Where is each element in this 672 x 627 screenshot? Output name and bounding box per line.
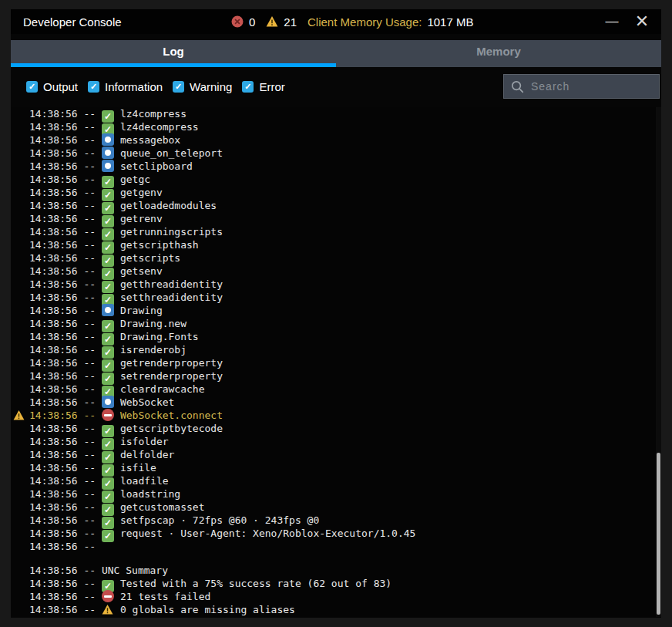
warning-triangle-icon xyxy=(13,410,25,421)
title-bar: Developer Console 0 21 Client Memory Usa… xyxy=(11,9,661,34)
log-row[interactable]: 14:38:56 -- ✓lz4decompress xyxy=(11,120,661,133)
log-row[interactable]: 14:38:56 -- WebSocket xyxy=(11,396,661,409)
log-timestamp: 14:38:56 -- xyxy=(29,108,102,120)
checkbox-checked-icon[interactable]: ✓ xyxy=(88,81,99,93)
log-row[interactable]: 14:38:56 -- xyxy=(11,540,661,553)
filter-output[interactable]: ✓Output xyxy=(26,80,78,93)
filter-warning[interactable]: ✓Warning xyxy=(173,80,232,93)
search-icon xyxy=(511,80,524,93)
log-timestamp: 14:38:56 -- xyxy=(29,187,102,198)
scrollbar-thumb[interactable] xyxy=(657,453,660,615)
log-timestamp: 14:38:56 -- xyxy=(29,410,102,421)
log-message: getscripts xyxy=(120,252,180,264)
log-row[interactable]: 14:38:56 -- ✓Drawing.new xyxy=(11,317,661,330)
log-message: getscripthash xyxy=(120,239,199,251)
log-row[interactable]: 14:38:56 -- ✓loadfile xyxy=(11,474,661,487)
log-row[interactable]: 14:38:56 -- messagebox xyxy=(11,133,661,147)
log-row[interactable]: 14:38:56 -- ✓getscripthash xyxy=(11,238,661,251)
log-timestamp: 14:38:56 -- xyxy=(29,370,102,382)
log-message: getgc xyxy=(120,174,150,185)
log-timestamp: 14:38:56 -- xyxy=(29,475,102,487)
log-row[interactable]: 14:38:56 -- ✓getrenv xyxy=(11,212,661,225)
log-row[interactable]: 14:38:56 -- ✓loadstring xyxy=(11,487,661,501)
tab-memory[interactable]: Memory xyxy=(336,40,661,67)
log-message: loadstring xyxy=(120,488,180,500)
log-message: Drawing.Fonts xyxy=(120,331,199,342)
log-row[interactable]: 14:38:56 -- ✓request · User-Agent: Xeno/… xyxy=(11,527,661,540)
log-message: Drawing.new xyxy=(120,318,186,329)
log-row[interactable]: 14:38:56 -- ✓getthreadidentity xyxy=(11,278,661,291)
log-row[interactable]: 14:38:56 -- ✓setthreadidentity xyxy=(11,291,661,304)
minimize-button[interactable]: — xyxy=(603,14,621,29)
log-message: queue_on_teleport xyxy=(120,147,223,159)
close-button[interactable]: ✕ xyxy=(632,12,652,32)
log-message: getcustomasset xyxy=(120,501,205,513)
log-timestamp: 14:38:56 -- xyxy=(29,318,102,329)
log-row[interactable]: 14:38:56 -- ✓getrunningscripts xyxy=(11,225,661,238)
log-row[interactable]: 14:38:56 -- UNC Summary xyxy=(11,564,661,577)
window-controls: — ✕ xyxy=(603,12,655,32)
filter-label: Information xyxy=(105,80,163,93)
log-row[interactable]: 14:38:56 -- ✓getrenderproperty xyxy=(11,356,661,369)
log-timestamp: 14:38:56 -- xyxy=(29,488,102,500)
log-timestamp: 14:38:56 -- xyxy=(29,213,102,224)
log-timestamp: 14:38:56 -- xyxy=(29,436,102,447)
search-input[interactable] xyxy=(531,80,647,93)
memory-usage-label: Client Memory Usage: xyxy=(307,15,422,29)
log-row[interactable]: 14:38:56 -- 21 tests failed xyxy=(11,590,661,603)
tab-log[interactable]: Log xyxy=(11,40,336,67)
log-message: isrenderobj xyxy=(120,344,186,356)
log-row[interactable]: 14:38:56 -- ✓getloadedmodules xyxy=(11,199,661,212)
log-message: getsenv xyxy=(120,265,163,277)
log-message: 21 tests failed xyxy=(120,591,210,602)
log-row[interactable]: 14:38:56 -- ✓delfolder xyxy=(11,448,661,461)
log-row[interactable]: 14:38:56 -- ✓Drawing.Fonts xyxy=(11,330,661,343)
log-row[interactable]: 14:38:56 -- ✓getscripts xyxy=(11,251,661,265)
filter-error[interactable]: ✓Error xyxy=(242,80,284,93)
log-row[interactable]: 14:38:56 -- ✓setfpscap · 72fps @60 · 243… xyxy=(11,514,661,527)
filter-information[interactable]: ✓Information xyxy=(88,80,163,93)
log-row[interactable]: 14:38:56 -- ✓isrenderobj xyxy=(11,343,661,356)
log-row[interactable]: 14:38:56 -- ✓getcustomasset xyxy=(11,501,661,514)
log-timestamp: 14:38:56 -- xyxy=(29,423,102,434)
log-row[interactable]: 14:38:56 -- ✓isfolder xyxy=(11,435,661,448)
checkbox-checked-icon[interactable]: ✓ xyxy=(242,81,254,93)
log-row[interactable]: 14:38:56 -- ✓cleardrawcache xyxy=(11,383,661,396)
log-row[interactable]: 14:38:56 -- ✓getgc xyxy=(11,173,661,186)
log-row[interactable]: 14:38:56 -- Drawing xyxy=(11,304,661,317)
log-row[interactable]: 14:38:56 -- 0 globals are missing aliase… xyxy=(11,603,661,616)
log-timestamp: 14:38:56 -- xyxy=(29,121,102,133)
log-message: isfile xyxy=(120,462,156,474)
log-row[interactable]: 14:38:56 -- WebSocket.connect xyxy=(11,409,661,422)
log-message: lz4compress xyxy=(120,108,186,120)
log-message: getscriptbytecode xyxy=(120,423,223,434)
log-message: lz4decompress xyxy=(120,121,199,133)
warning-triangle-icon xyxy=(102,604,114,616)
info-dot-icon xyxy=(102,147,114,159)
info-dot-icon xyxy=(102,133,114,146)
warning-count-icon xyxy=(266,15,278,28)
log-message: getrenderproperty xyxy=(120,357,223,369)
log-row[interactable]: 14:38:56 -- queue_on_teleport xyxy=(11,147,661,160)
log-list: 14:38:56 -- ✓lz4compress14:38:56 -- ✓lz4… xyxy=(11,107,661,617)
log-row[interactable]: 14:38:56 -- ✓setrenderproperty xyxy=(11,369,661,383)
checkbox-checked-icon[interactable]: ✓ xyxy=(173,81,184,93)
log-message: Drawing xyxy=(120,305,163,316)
error-count: 0 xyxy=(249,15,255,29)
log-message: getgenv xyxy=(120,187,163,198)
log-row[interactable]: 14:38:56 -- ✓lz4compress xyxy=(11,107,661,120)
log-row[interactable]: 14:38:56 -- ✓getsenv xyxy=(11,265,661,278)
search-box[interactable] xyxy=(503,74,660,99)
log-message: loadfile xyxy=(120,475,169,487)
filter-label: Warning xyxy=(190,80,232,93)
log-row[interactable]: 14:38:56 -- ✓getscriptbytecode xyxy=(11,422,661,435)
log-row[interactable]: 14:38:56 -- ✓Tested with a 75% success r… xyxy=(11,577,661,590)
developer-console-window: Developer Console 0 21 Client Memory Usa… xyxy=(11,9,661,618)
log-row[interactable]: 14:38:56 -- ✓isfile xyxy=(11,461,661,474)
log-timestamp: 14:38:56 -- xyxy=(29,383,102,395)
filter-bar: ✓Output✓Information✓Warning✓Error xyxy=(11,74,661,99)
log-row[interactable]: 14:38:56 -- ✓getgenv xyxy=(11,186,661,199)
checkbox-checked-icon[interactable]: ✓ xyxy=(26,81,38,93)
log-message: Tested with a 75% success rate (62 out o… xyxy=(120,578,391,589)
log-row[interactable]: 14:38:56 -- setclipboard xyxy=(11,160,661,173)
